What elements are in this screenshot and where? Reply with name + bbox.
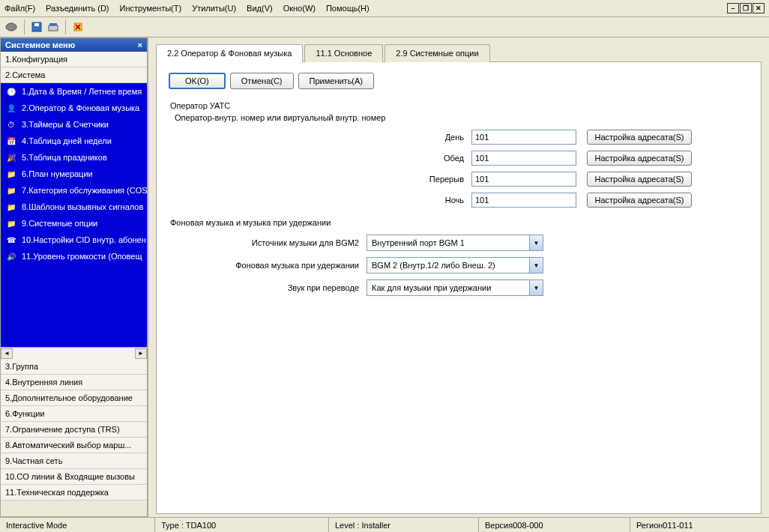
tab-sysopts[interactable]: 2.9 Системные опции (384, 44, 489, 62)
sidebar: Системное меню × 1.Конфигурация 2.Систем… (0, 37, 148, 517)
combo-hold[interactable]: ▼ (367, 257, 543, 273)
menu-file[interactable]: Файл(F) (4, 4, 35, 13)
sidebar-item-co[interactable]: 10.CO линии & Входящие вызовы (1, 469, 147, 485)
chevron-down-icon[interactable]: ▼ (529, 258, 543, 273)
tab-operator-bgm[interactable]: 2.2 Оператор & Фоновая музыка (156, 44, 303, 62)
operator-icon: 👤 (5, 102, 17, 114)
sidebar-item-trs[interactable]: 7.Ограничение доступа (TRS) (1, 422, 147, 438)
status-version: Версия008-000 (479, 518, 630, 532)
sidebar-sub-cos[interactable]: 📁7.Категория обслуживания (COS (1, 182, 147, 199)
combo-transfer[interactable]: ▼ (367, 279, 543, 296)
svg-point-0 (6, 23, 16, 31)
sidebar-sub-weektable[interactable]: 📅4.Таблица дней недели (1, 133, 147, 149)
minimize-button[interactable]: – (727, 3, 739, 13)
sidebar-sub-sysopts[interactable]: 📁9.Системные опции (1, 215, 147, 232)
holiday-icon: 🎉 (5, 151, 17, 163)
input-lunch[interactable] (471, 151, 576, 166)
scroll-track[interactable] (13, 348, 135, 359)
sidebar-item-maint[interactable]: 11.Техническая поддержка (1, 485, 147, 501)
svg-rect-4 (49, 23, 57, 25)
menu-utilities[interactable]: Утилиты(U) (192, 4, 236, 13)
combo-bgm2[interactable]: ▼ (367, 235, 543, 251)
menu-window[interactable]: Окно(W) (283, 4, 316, 13)
sidebar-sub-numbering[interactable]: 📁6.План нумерации (1, 166, 147, 182)
toolbar-save-icon[interactable] (29, 19, 44, 34)
svg-rect-2 (34, 23, 39, 26)
chevron-down-icon[interactable]: ▼ (529, 235, 543, 250)
speaker-icon: 🔊 (5, 250, 17, 262)
sidebar-title: Системное меню (5, 40, 75, 49)
scroll-right-icon[interactable]: ► (135, 348, 147, 359)
input-night[interactable] (471, 193, 576, 208)
sidebar-hscroll[interactable]: ◄ ► (1, 347, 147, 359)
input-break[interactable] (471, 172, 576, 187)
combo-bgm2-value[interactable] (367, 235, 529, 250)
content-panel: OK(O) Отмена(C) Применить(A) Оператор УА… (156, 61, 762, 514)
label-day: День (169, 133, 471, 142)
menu-view[interactable]: Вид(V) (247, 4, 273, 13)
tab-main[interactable]: 11.1 Основное (304, 44, 383, 62)
menu-disconnect[interactable]: Разъединить (D) (46, 4, 109, 13)
close-button[interactable]: ✕ (753, 3, 765, 13)
status-level: Level : Installer (329, 518, 479, 532)
dest-button-break[interactable]: Настройка адресата(S) (587, 172, 692, 187)
sidebar-sub-cid[interactable]: ☎10.Настройки CID внутр. абонен (1, 232, 147, 248)
timer-icon: ⏱ (5, 118, 17, 130)
folder-icon: 📁 (5, 184, 17, 196)
sidebar-item-functions[interactable]: 6.Функции (1, 406, 147, 422)
sidebar-sub-holidays[interactable]: 🎉5.Таблица праздников (1, 149, 147, 166)
label-night: Ночь (169, 196, 471, 205)
group-operator-subtitle: Оператор-внутр. номер или виртуальный вн… (175, 113, 749, 122)
sidebar-sub-operator[interactable]: 👤2.Оператор & Фоновая музыка (1, 100, 147, 116)
maximize-button[interactable]: ❐ (740, 3, 752, 13)
sidebar-item-group[interactable]: 3.Группа (1, 359, 147, 375)
label-bgm2: Источник музыки для BGM2 (169, 238, 367, 247)
status-bar: Interactive Mode Type : TDA100 Level : I… (0, 517, 769, 532)
sidebar-sub-datetime[interactable]: 🕒1.Дата & Время / Летнее время (1, 83, 147, 100)
sidebar-close-icon[interactable]: × (138, 40, 142, 49)
sidebar-header: Системное меню × (1, 38, 147, 52)
status-region: Регион011-011 (630, 518, 769, 532)
toolbar-closeall-icon[interactable] (70, 19, 85, 34)
phone-icon: ☎ (5, 234, 17, 246)
combo-transfer-value[interactable] (367, 280, 529, 295)
menu-tools[interactable]: Инструменты(T) (120, 4, 182, 13)
toolbar-separator (24, 19, 25, 34)
toolbar-drive-icon[interactable] (46, 19, 61, 34)
toolbar-pbx-icon[interactable] (4, 19, 19, 34)
label-hold: Фоновая музыка при удержании (169, 261, 367, 270)
status-mode: Interactive Mode (0, 518, 155, 532)
group-bgm-title: Фоновая музыка и музыка при удержании (170, 218, 749, 227)
toolbar-separator (65, 19, 66, 34)
clock-icon: 🕒 (5, 85, 17, 97)
label-break: Перерыв (169, 175, 471, 184)
menu-help[interactable]: Помощь(H) (326, 4, 370, 13)
dest-button-lunch[interactable]: Настройка адресата(S) (587, 151, 692, 166)
dest-button-night[interactable]: Настройка адресата(S) (587, 193, 692, 208)
folder-icon: 📁 (5, 217, 17, 229)
sidebar-item-system[interactable]: 2.Система (1, 67, 147, 83)
status-type: Type : TDA100 (155, 518, 329, 532)
sidebar-item-config[interactable]: 1.Конфигурация (1, 52, 147, 67)
ok-button[interactable]: OK(O) (169, 73, 226, 89)
sidebar-sub-ring[interactable]: 📁8.Шаблоны вызывных сигналов (1, 199, 147, 215)
label-transfer: Звук при переводе (169, 283, 367, 292)
dest-button-day[interactable]: Настройка адресата(S) (587, 130, 692, 145)
folder-icon: 📁 (5, 168, 17, 180)
chevron-down-icon[interactable]: ▼ (529, 280, 543, 295)
sidebar-item-private[interactable]: 9.Частная сеть (1, 453, 147, 469)
input-day[interactable] (471, 130, 576, 145)
group-operator-title: Оператор УАТС (170, 101, 749, 110)
combo-hold-value[interactable] (367, 258, 529, 273)
scroll-left-icon[interactable]: ◄ (1, 348, 13, 359)
folder-icon: 📁 (5, 201, 17, 213)
sidebar-sub-timers[interactable]: ⏱3.Таймеры & Счетчики (1, 116, 147, 133)
calendar-icon: 📅 (5, 135, 17, 147)
cancel-button[interactable]: Отмена(C) (230, 73, 294, 89)
sidebar-item-optional[interactable]: 5.Дополнительное оборудование (1, 390, 147, 406)
svg-rect-3 (49, 25, 58, 31)
apply-button[interactable]: Применить(A) (298, 73, 375, 89)
sidebar-item-extension[interactable]: 4.Внутренняя линия (1, 375, 147, 390)
sidebar-sub-volume[interactable]: 🔊11.Уровень громкости (Оповещ (1, 248, 147, 265)
sidebar-item-ars[interactable]: 8.Автоматический выбор марш... (1, 438, 147, 453)
